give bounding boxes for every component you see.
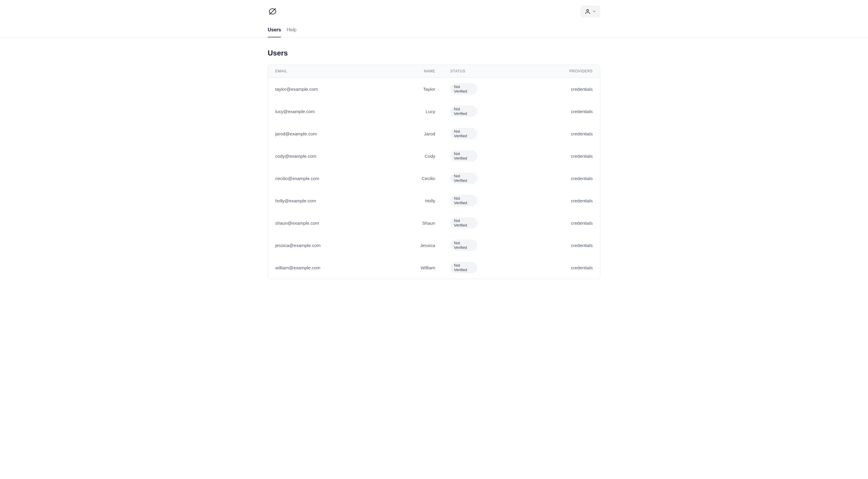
- cell-name: Cody: [402, 154, 435, 159]
- table-row[interactable]: taylor@example.comTaylorNot Verifiedcred…: [268, 78, 600, 100]
- cell-name: Taylor: [402, 87, 435, 92]
- status-badge: Not Verified: [450, 172, 477, 184]
- user-icon: [585, 8, 591, 14]
- cell-email: shaun@example.com: [275, 221, 402, 226]
- cell-providers: credentials: [477, 265, 593, 270]
- status-badge: Not Verified: [450, 240, 477, 251]
- table-row[interactable]: william@example.comWilliamNot Verifiedcr…: [268, 256, 600, 279]
- nav-tabs: UsersHelp: [268, 27, 600, 37]
- table-row[interactable]: shaun@example.comShaunNot Verifiedcreden…: [268, 212, 600, 234]
- table-body: taylor@example.comTaylorNot Verifiedcred…: [268, 78, 600, 279]
- cell-providers: credentials: [477, 176, 593, 181]
- cell-name: Jessica: [402, 243, 435, 248]
- svg-point-2: [587, 9, 589, 11]
- cell-status: Not Verified: [435, 172, 477, 184]
- column-header-status[interactable]: Status: [435, 69, 477, 73]
- chevron-down-icon: [592, 10, 596, 13]
- cell-status: Not Verified: [435, 128, 477, 139]
- status-badge: Not Verified: [450, 128, 477, 139]
- cell-providers: credentials: [477, 198, 593, 203]
- cell-status: Not Verified: [435, 195, 477, 206]
- status-badge: Not Verified: [450, 83, 477, 95]
- cell-email: holly@example.com: [275, 198, 402, 203]
- cell-email: cody@example.com: [275, 154, 402, 159]
- tab-users[interactable]: Users: [268, 27, 281, 37]
- cell-email: jessica@example.com: [275, 243, 402, 248]
- cell-providers: credentials: [477, 109, 593, 114]
- table-row[interactable]: holly@example.comHollyNot Verifiedcreden…: [268, 189, 600, 212]
- cell-providers: credentials: [477, 87, 593, 92]
- status-badge: Not Verified: [450, 262, 477, 273]
- cell-email: lucy@example.com: [275, 109, 402, 114]
- cell-email: william@example.com: [275, 265, 402, 270]
- cell-status: Not Verified: [435, 83, 477, 95]
- cell-status: Not Verified: [435, 262, 477, 273]
- user-menu-button[interactable]: [580, 5, 600, 18]
- cell-name: Shaun: [402, 221, 435, 226]
- table-row[interactable]: cody@example.comCodyNot Verifiedcredenti…: [268, 145, 600, 167]
- cell-status: Not Verified: [435, 105, 477, 117]
- table-header: Email Name Status Providers: [268, 65, 600, 78]
- column-header-name[interactable]: Name: [402, 69, 435, 73]
- cell-status: Not Verified: [435, 150, 477, 162]
- cell-name: Holly: [402, 198, 435, 203]
- cell-providers: credentials: [477, 131, 593, 136]
- table-row[interactable]: lucy@example.comLucyNot Verifiedcredenti…: [268, 100, 600, 123]
- table-row[interactable]: jarod@example.comJarodNot Verifiedcreden…: [268, 123, 600, 145]
- cell-status: Not Verified: [435, 240, 477, 251]
- status-badge: Not Verified: [450, 195, 477, 206]
- tab-help[interactable]: Help: [286, 27, 297, 37]
- cell-name: Lucy: [402, 109, 435, 114]
- cell-name: Cecilio: [402, 176, 435, 181]
- status-badge: Not Verified: [450, 217, 477, 229]
- cell-providers: credentials: [477, 221, 593, 226]
- users-table: Email Name Status Providers taylor@examp…: [268, 65, 600, 279]
- cell-email: taylor@example.com: [275, 87, 402, 92]
- cell-name: Jarod: [402, 131, 435, 136]
- column-header-email[interactable]: Email: [275, 69, 402, 73]
- cell-providers: credentials: [477, 154, 593, 159]
- page-title: Users: [268, 49, 600, 57]
- cell-email: jarod@example.com: [275, 131, 402, 136]
- status-badge: Not Verified: [450, 150, 477, 162]
- column-header-providers[interactable]: Providers: [477, 69, 593, 73]
- app-logo[interactable]: [268, 7, 277, 16]
- cell-email: cecilio@example.com: [275, 176, 402, 181]
- cell-name: William: [402, 265, 435, 270]
- cell-providers: credentials: [477, 243, 593, 248]
- table-row[interactable]: jessica@example.comJessicaNot Verifiedcr…: [268, 234, 600, 256]
- status-badge: Not Verified: [450, 105, 477, 117]
- table-row[interactable]: cecilio@example.comCecilioNot Verifiedcr…: [268, 167, 600, 189]
- cell-status: Not Verified: [435, 217, 477, 229]
